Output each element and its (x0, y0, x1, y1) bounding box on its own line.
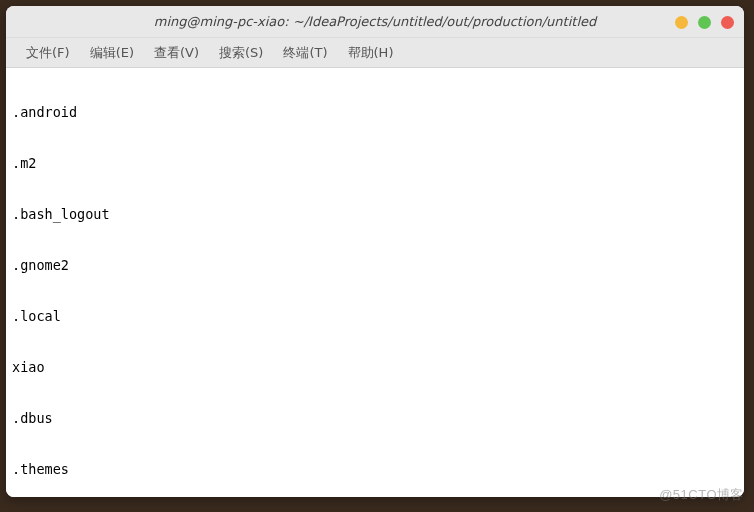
terminal-area[interactable]: .android .m2 .bash_logout .gnome2 .local… (6, 68, 744, 497)
output-line: xiao (12, 359, 738, 376)
output-line: .android (12, 104, 738, 121)
output-line: .bash_logout (12, 206, 738, 223)
output-line: .local (12, 308, 738, 325)
menu-search[interactable]: 搜索(S) (211, 40, 271, 66)
output-line: .m2 (12, 155, 738, 172)
menu-edit[interactable]: 编辑(E) (82, 40, 142, 66)
minimize-button[interactable] (675, 16, 688, 29)
menu-terminal[interactable]: 终端(T) (275, 40, 335, 66)
terminal-window: ming@ming-pc-xiao: ~/IdeaProjects/untitl… (6, 6, 744, 497)
titlebar: ming@ming-pc-xiao: ~/IdeaProjects/untitl… (6, 6, 744, 38)
menu-file[interactable]: 文件(F) (18, 40, 78, 66)
maximize-button[interactable] (698, 16, 711, 29)
output-line: .gnome2 (12, 257, 738, 274)
menubar: 文件(F) 编辑(E) 查看(V) 搜索(S) 终端(T) 帮助(H) (6, 38, 744, 68)
window-controls (675, 6, 734, 38)
menu-view[interactable]: 查看(V) (146, 40, 207, 66)
terminal-output: .android .m2 .bash_logout .gnome2 .local… (12, 70, 738, 497)
watermark: @51CTO博客 (659, 486, 744, 504)
menu-help[interactable]: 帮助(H) (340, 40, 402, 66)
output-line: .themes (12, 461, 738, 478)
close-button[interactable] (721, 16, 734, 29)
window-title: ming@ming-pc-xiao: ~/IdeaProjects/untitl… (6, 14, 744, 29)
output-line: .dbus (12, 410, 738, 427)
